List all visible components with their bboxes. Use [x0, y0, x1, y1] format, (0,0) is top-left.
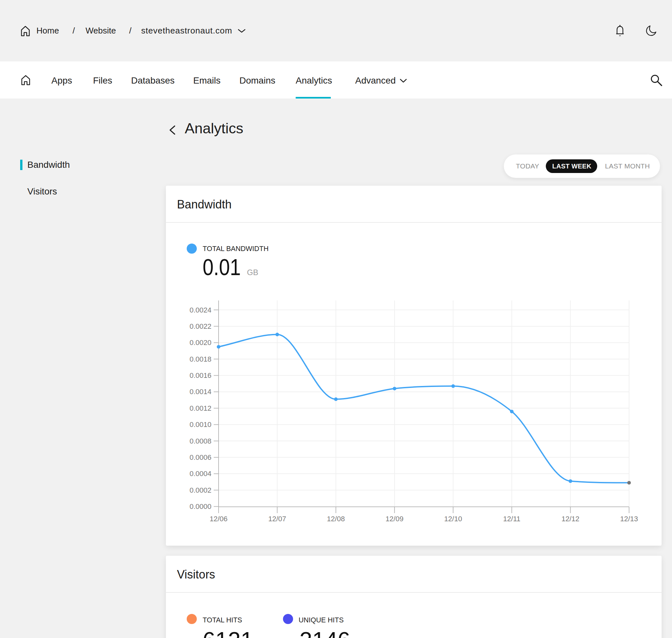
svg-text:0.0000: 0.0000 [190, 502, 211, 510]
svg-text:0.0024: 0.0024 [190, 306, 211, 314]
svg-text:0.0002: 0.0002 [190, 486, 211, 494]
svg-text:0.0020: 0.0020 [190, 338, 211, 347]
svg-text:12/11: 12/11 [503, 515, 521, 523]
svg-text:0.0010: 0.0010 [190, 420, 211, 429]
svg-text:0.0008: 0.0008 [190, 437, 211, 445]
svg-text:12/10: 12/10 [444, 515, 462, 523]
svg-text:12/08: 12/08 [327, 515, 345, 523]
svg-text:0.0004: 0.0004 [190, 470, 211, 478]
svg-text:12/07: 12/07 [268, 515, 286, 523]
svg-text:0.0018: 0.0018 [190, 355, 211, 363]
svg-text:12/06: 12/06 [210, 515, 227, 523]
svg-text:0.0022: 0.0022 [190, 322, 211, 330]
svg-text:12/12: 12/12 [561, 515, 579, 523]
svg-text:0.0006: 0.0006 [190, 453, 211, 461]
svg-text:0.0012: 0.0012 [190, 404, 211, 412]
svg-text:12/09: 12/09 [386, 515, 403, 523]
svg-text:0.0016: 0.0016 [190, 371, 211, 380]
svg-text:0.0014: 0.0014 [190, 388, 211, 396]
svg-text:12/13: 12/13 [620, 515, 638, 523]
